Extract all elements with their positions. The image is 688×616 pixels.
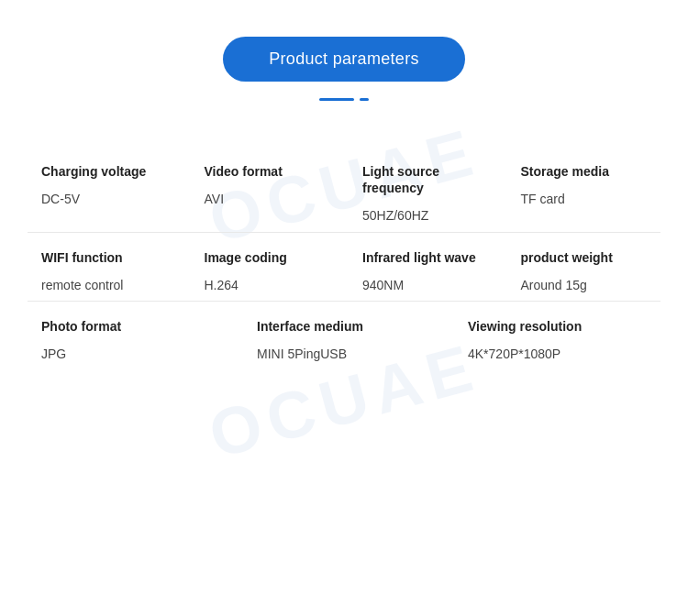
param-cell-product-weight: product weight Around 15g bbox=[503, 249, 661, 293]
param-label-interface-medium: Interface medium bbox=[257, 318, 440, 335]
param-value-viewing-resolution: 4K*720P*1080P bbox=[468, 346, 651, 362]
param-label-storage-media: Storage media bbox=[521, 163, 652, 180]
param-cell-video-format: Video format AVI bbox=[186, 163, 345, 225]
param-value-interface-medium: MINI 5PingUSB bbox=[257, 346, 440, 362]
param-cell-light-source-freq: Light source frequency 50HZ/60HZ bbox=[344, 163, 503, 225]
param-value-image-coding: H.264 bbox=[205, 277, 336, 293]
param-label-infrared-light: Infrared light wave bbox=[362, 249, 494, 266]
param-label-video-format: Video format bbox=[205, 163, 336, 180]
param-label-viewing-resolution: Viewing resolution bbox=[468, 318, 651, 335]
param-cell-wifi-function: WIFI function remote control bbox=[28, 249, 186, 293]
param-cell-interface-medium: Interface medium MINI 5PingUSB bbox=[239, 318, 449, 362]
product-params-button[interactable]: Product parameters bbox=[223, 37, 464, 82]
param-value-light-source-freq: 50HZ/60HZ bbox=[362, 207, 494, 224]
param-value-product-weight: Around 15g bbox=[521, 277, 652, 293]
param-label-light-source-freq: Light source frequency bbox=[362, 163, 494, 196]
param-cell-infrared-light: Infrared light wave 940NM bbox=[344, 249, 503, 293]
params-grid: Charging voltage DC-5V Video format AVI … bbox=[18, 147, 670, 369]
param-cell-viewing-resolution: Viewing resolution 4K*720P*1080P bbox=[449, 318, 660, 362]
param-label-image-coding: Image coding bbox=[205, 249, 336, 266]
param-value-video-format: AVI bbox=[205, 191, 336, 207]
divider bbox=[319, 98, 369, 101]
param-value-storage-media: TF card bbox=[521, 191, 652, 207]
param-cell-photo-format: Photo format JPG bbox=[28, 318, 239, 362]
params-row-3: Photo format JPG Interface medium MINI 5… bbox=[28, 302, 660, 369]
param-label-wifi-function: WIFI function bbox=[41, 249, 177, 266]
header-section: Product parameters bbox=[18, 37, 670, 101]
params-row-1: Charging voltage DC-5V Video format AVI … bbox=[28, 147, 660, 233]
param-value-wifi-function: remote control bbox=[41, 277, 177, 293]
divider-dot bbox=[360, 98, 369, 101]
param-label-photo-format: Photo format bbox=[41, 318, 229, 335]
param-cell-charging-voltage: Charging voltage DC-5V bbox=[28, 163, 186, 225]
param-value-photo-format: JPG bbox=[41, 346, 229, 362]
divider-line bbox=[319, 98, 354, 101]
param-value-infrared-light: 940NM bbox=[362, 277, 494, 293]
param-label-product-weight: product weight bbox=[521, 249, 652, 266]
param-cell-image-coding: Image coding H.264 bbox=[186, 249, 345, 293]
params-row-2: WIFI function remote control Image codin… bbox=[28, 233, 660, 302]
param-value-charging-voltage: DC-5V bbox=[41, 191, 177, 207]
param-cell-storage-media: Storage media TF card bbox=[503, 163, 661, 225]
param-label-charging-voltage: Charging voltage bbox=[41, 163, 177, 180]
